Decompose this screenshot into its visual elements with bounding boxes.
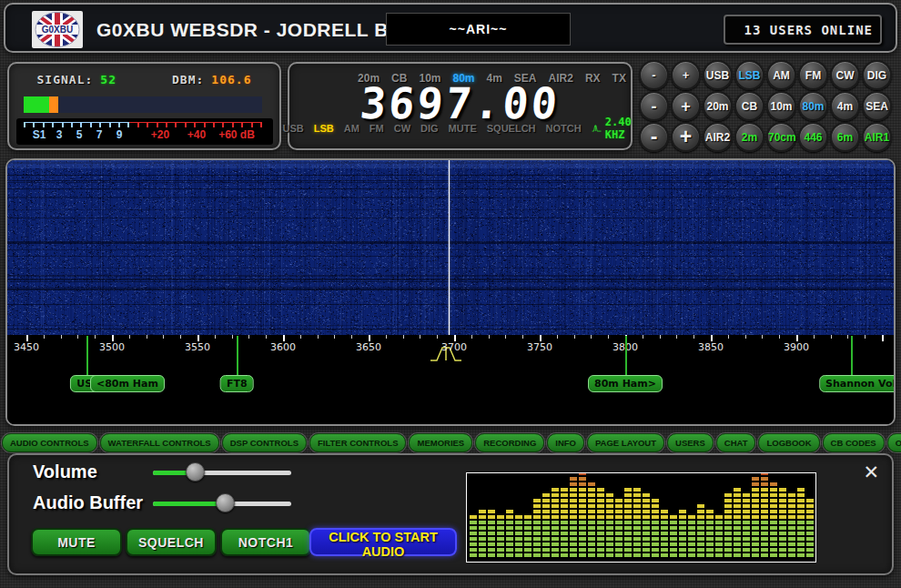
80m-button[interactable]: 80m [798, 91, 828, 121]
bandwidth-value: 2.40 KHZ [605, 116, 638, 141]
70cm-button[interactable]: 70cm [766, 122, 796, 152]
squelch-button[interactable]: SQUELCH [126, 528, 217, 556]
tuned-frequency-cursor [449, 160, 450, 335]
lsb-button[interactable]: LSB [734, 60, 764, 90]
audio-buffer-thumb[interactable] [216, 493, 235, 512]
mode-indicator-usb: USB [282, 123, 303, 134]
bandwidth-group: 2.40 KHZ [592, 116, 638, 141]
2m-button[interactable]: 2m [734, 122, 764, 152]
volume-slider[interactable] [153, 462, 291, 482]
tab-cb-codes[interactable]: CB CODES [823, 433, 885, 452]
am-button[interactable]: AM [766, 60, 796, 90]
increment-button-row1[interactable]: + [671, 60, 701, 90]
tab-audio-controls[interactable]: AUDIO CONTROLS [2, 433, 97, 452]
cb-button[interactable]: CB [734, 91, 764, 121]
filter-shape-icon [592, 123, 602, 134]
usb-button[interactable]: USB [703, 60, 733, 90]
band-mode-button-grid: -+USBLSBAMFMCWDIG-+20mCB10m80m4mSEA-+AIR… [639, 60, 897, 152]
audio-controls-panel: Volume Audio Buffer MUTE SQUELCH NOTCH1 … [7, 453, 894, 575]
audio-level-equalizer [466, 472, 816, 563]
fm-button[interactable]: FM [798, 60, 828, 90]
tab-memories[interactable]: MEMORIES [409, 433, 472, 452]
decrement-button-row2[interactable]: - [639, 91, 669, 121]
close-icon[interactable]: ✕ [863, 462, 879, 482]
equalizer-canvas [467, 473, 815, 562]
mute-button[interactable]: MUTE [31, 528, 122, 556]
increment-button-row3[interactable]: + [671, 122, 701, 152]
increment-button-row2[interactable]: + [671, 91, 701, 121]
air1-button[interactable]: AIR1 [862, 122, 892, 152]
marker-shannon-volmet[interactable]: Shannon Volmet [819, 375, 894, 392]
tab-chat[interactable]: CHAT [716, 433, 756, 452]
audio-buffer-slider[interactable] [153, 493, 291, 513]
tab-logbook[interactable]: LOGBOOK [758, 433, 819, 452]
audio-buffer-fill [153, 502, 225, 506]
mode-indicator-squelch: SQUELCH [487, 123, 536, 134]
air2-button[interactable]: AIR2 [703, 122, 733, 152]
button-grid-row-1: -+USBLSBAMFMCWDIG [639, 60, 897, 90]
dbm-label: DBM: [172, 73, 204, 86]
tab-waterfall-controls[interactable]: WATERFALL CONTROLS [100, 433, 219, 452]
446-button[interactable]: 446 [798, 122, 828, 152]
signal-value: 52 [100, 73, 116, 86]
decrement-button-row3[interactable]: - [639, 122, 669, 152]
tab-filter-controls[interactable]: FILTER CONTROLS [309, 433, 406, 452]
tab-users[interactable]: USERS [667, 433, 714, 452]
mode-indicator-dig: DIG [420, 123, 439, 134]
marker--80m-ham[interactable]: <80m Ham [90, 375, 165, 392]
waterfall-panel[interactable]: 3450350035503600365037003750380038503900… [5, 158, 896, 426]
start-audio-button[interactable]: CLICK TO START AUDIO [309, 528, 457, 556]
station-logo: G0XBU [32, 11, 83, 48]
volume-thumb[interactable] [186, 462, 205, 482]
smeter-green-fill [24, 96, 49, 113]
sea-button[interactable]: SEA [862, 91, 892, 121]
signal-readout-row: SIGNAL: 52 DBM: 106.6 [9, 73, 279, 86]
decrement-button-row1[interactable]: - [639, 60, 669, 90]
mode-indicator-am: AM [344, 123, 359, 134]
20m-button[interactable]: 20m [703, 91, 733, 121]
tab-info[interactable]: INFO [547, 433, 584, 452]
marker-80m-ham-[interactable]: 80m Ham> [588, 375, 663, 392]
mode-indicator-mute: MUTE [449, 123, 477, 134]
banner-text: ~~ARI~~ [450, 22, 508, 36]
signal-label: SIGNAL: [37, 73, 94, 86]
page-title: G0XBU WEBSDR - JODRELL BANK [96, 5, 431, 55]
6m-button[interactable]: 6m [830, 122, 860, 152]
marker-ft8[interactable]: FT8 [220, 375, 254, 392]
mode-indicator-fm: FM [370, 123, 384, 134]
mode-indicator-row: USBLSBAMFMCWDIGMUTESQUELCHNOTCH2.40 KHZ [289, 116, 631, 141]
smeter-baseline-low [24, 122, 129, 123]
10m-button[interactable]: 10m [766, 91, 796, 121]
tab-page-layout[interactable]: PAGE LAYOUT [587, 433, 664, 452]
button-grid-row-3: -+AIR22m70cm4466mAIR1 [639, 122, 897, 152]
smeter-scale: S13579+20+40+60 dB [16, 118, 273, 145]
tab-recording[interactable]: RECORDING [475, 433, 544, 452]
logo-text: G0XBU [42, 25, 73, 35]
audio-buffer-label: Audio Buffer [33, 492, 143, 513]
union-jack-logo-icon: G0XBU [32, 11, 83, 48]
mode-indicator-lsb: LSB [314, 123, 334, 134]
mode-indicator-cw: CW [394, 123, 410, 134]
tab-openwebrx[interactable]: OpenWebRX [887, 433, 901, 452]
smeter-bar [24, 96, 262, 113]
frequency-display-panel: 20mCB10m80m4mSEAAIR2RXTX 3697.00 USBLSBA… [288, 62, 633, 150]
mode-indicator-notch: NOTCH [546, 123, 582, 134]
waterfall-canvas[interactable] [7, 160, 894, 335]
signal-meter-panel: SIGNAL: 52 DBM: 106.6 S13579+20+40+60 dB [7, 62, 281, 150]
users-online-text: 13 USERS ONLINE [744, 23, 873, 37]
frequency-scale[interactable]: 3450350035503600365037003750380038503900… [7, 335, 894, 424]
4m-button[interactable]: 4m [830, 91, 860, 121]
smeter-orange-fill [49, 96, 58, 113]
cw-button[interactable]: CW [830, 60, 860, 90]
header: G0XBU G0XBU WEBSDR - JODRELL BANK ~~ARI~… [4, 3, 897, 53]
users-online-display: 13 USERS ONLINE [724, 15, 882, 45]
notch1-button[interactable]: NOTCH1 [220, 528, 311, 556]
dbm-value: 106.6 [211, 73, 251, 86]
tab-bar: AUDIO CONTROLSWATERFALL CONTROLSDSP CONT… [2, 433, 899, 452]
websdr-page: G0XBU G0XBU WEBSDR - JODRELL BANK ~~ARI~… [0, 0, 901, 588]
button-grid-row-2: -+20mCB10m80m4mSEA [639, 91, 897, 121]
tab-dsp-controls[interactable]: DSP CONTROLS [222, 433, 307, 452]
dig-button[interactable]: DIG [862, 60, 892, 90]
banner-box: ~~ARI~~ [386, 13, 571, 46]
volume-label: Volume [33, 461, 97, 482]
